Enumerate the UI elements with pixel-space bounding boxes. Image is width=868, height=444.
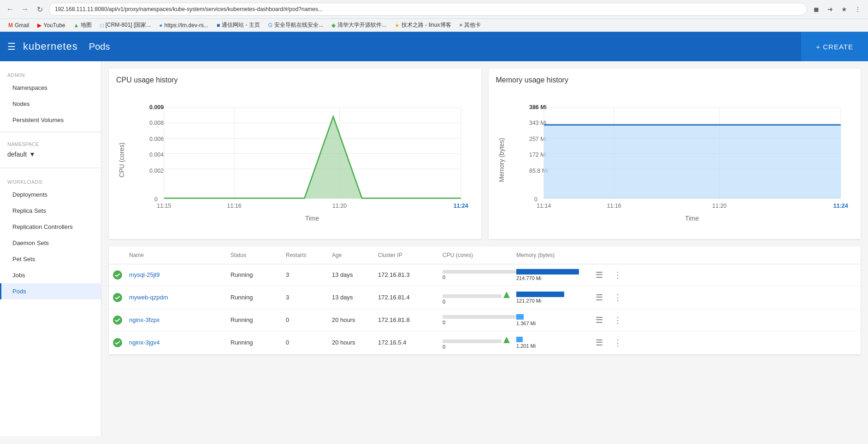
row3-age: 20 hours	[332, 339, 378, 346]
row2-cpu: 0	[443, 315, 516, 325]
pods-table: Name Status Restarts Age Cluster IP CPU …	[109, 246, 861, 355]
main-content: CPU usage history CPU (cores) 0.009 0.00…	[101, 61, 868, 436]
app-header: ☰ kubernetes Pods + CREATE	[0, 32, 868, 61]
share-icon[interactable]: ➜	[825, 4, 836, 15]
svg-text:11:20: 11:20	[712, 203, 726, 209]
sidebar-item-nodes[interactable]: Nodes	[0, 96, 101, 112]
row2-status: Running	[230, 316, 286, 323]
bookmark-lm[interactable]: ● https://lm.dev-rs...	[155, 21, 212, 29]
row2-status-icon	[112, 315, 129, 325]
sidebar-item-deployments[interactable]: Deployments	[0, 187, 101, 203]
cpu-y-label: CPU (cores)	[118, 142, 125, 177]
namespace-selector[interactable]: default ▾	[7, 150, 94, 158]
settings-icon[interactable]: ⋮	[852, 4, 863, 15]
sidebar-item-jobs[interactable]: Jobs	[0, 267, 101, 283]
row1-memory: 121.270 Mi	[516, 292, 590, 304]
chevron-down-icon: ▾	[30, 150, 34, 158]
bookmark-maps[interactable]: ▲ 地图	[70, 20, 96, 30]
reload-button[interactable]: ↻	[34, 4, 45, 15]
bookmark-gmail[interactable]: M Gmail	[5, 21, 33, 29]
row3-name[interactable]: nginx-3jgv4	[129, 339, 230, 346]
svg-text:0.009: 0.009	[149, 104, 164, 111]
bookmark-linux[interactable]: ★ 技术之路 - linux博客	[391, 20, 455, 30]
row0-cpu: 0	[443, 270, 516, 280]
svg-text:11:24: 11:24	[833, 203, 848, 209]
col-memory-header: Memory (bytes)	[516, 252, 590, 258]
table-row: nginx-3fzpx Running 0 20 hours 172.16.81…	[109, 310, 861, 331]
svg-text:0.008: 0.008	[149, 120, 164, 126]
svg-text:11:24: 11:24	[454, 203, 468, 209]
row2-logs-icon[interactable]: ☰	[590, 315, 608, 325]
app-logo: kubernetes	[23, 41, 78, 53]
row2-more-icon[interactable]: ⋮	[608, 315, 627, 325]
row0-more-icon[interactable]: ⋮	[608, 270, 627, 280]
row3-logs-icon[interactable]: ☰	[590, 338, 608, 348]
svg-text:0: 0	[534, 196, 537, 203]
bookmark-telecom[interactable]: ■ 通信网站 - 主页	[213, 20, 264, 30]
svg-text:0.002: 0.002	[149, 168, 164, 174]
sidebar-item-daemon-sets[interactable]: Daemon Sets	[0, 235, 101, 251]
svg-marker-39	[543, 125, 840, 198]
sidebar-item-pet-sets[interactable]: Pet Sets	[0, 251, 101, 267]
bookmark-crm[interactable]: □ [CRM-801] [国家...	[96, 20, 154, 30]
bookmark-star-icon[interactable]: ★	[838, 4, 850, 15]
row2-restarts: 0	[286, 316, 332, 323]
menu-icon[interactable]: ☰	[7, 41, 16, 52]
cpu-chart-svg: CPU (cores) 0.009 0.008 0.006 0.004 0.00…	[116, 90, 474, 230]
bookmark-security[interactable]: G 安全导航在线安全...	[265, 20, 327, 30]
charts-row: CPU usage history CPU (cores) 0.009 0.00…	[109, 69, 861, 239]
sidebar-item-replication-controllers[interactable]: Replication Controllers	[0, 219, 101, 235]
sidebar-divider-1	[0, 132, 101, 132]
row1-logs-icon[interactable]: ☰	[590, 292, 608, 303]
row3-status: Running	[230, 339, 286, 346]
table-row: mysql-25jt9 Running 3 13 days 172.16.81.…	[109, 264, 861, 286]
browser-bar: ← → ↻ ◼ ➜ ★ ⋮	[0, 0, 868, 19]
cast-icon[interactable]: ◼	[811, 4, 822, 15]
svg-text:11:15: 11:15	[157, 203, 171, 209]
col-age-header: Age	[332, 252, 378, 258]
row0-name[interactable]: mysql-25jt9	[129, 271, 230, 278]
table-header: Name Status Restarts Age Cluster IP CPU …	[109, 246, 861, 264]
row0-status: Running	[230, 271, 286, 278]
page-title: Pods	[89, 41, 110, 52]
table-row: myweb-qzpdm Running 3 13 days 172.16.81.…	[109, 286, 861, 310]
back-button[interactable]: ←	[5, 4, 16, 15]
svg-text:Memory (bytes): Memory (bytes)	[497, 138, 505, 182]
row2-cluster-ip: 172.16.81.8	[378, 316, 443, 323]
bookmark-tsinghua[interactable]: ◆ 清华大学开源软件...	[328, 20, 390, 30]
row3-restarts: 0	[286, 339, 332, 346]
row3-cluster-ip: 172.16.5.4	[378, 339, 443, 346]
row1-more-icon[interactable]: ⋮	[608, 292, 627, 303]
sidebar-item-replica-sets[interactable]: Replica Sets	[0, 203, 101, 219]
create-button[interactable]: + CREATE	[801, 32, 868, 61]
svg-text:11:16: 11:16	[227, 203, 242, 209]
memory-chart-title: Memory usage history	[496, 76, 854, 84]
cpu-chart-title: CPU usage history	[116, 76, 474, 84]
row3-more-icon[interactable]: ⋮	[608, 338, 627, 348]
row0-cluster-ip: 172.16.81.3	[378, 271, 443, 278]
namespace-section: Namespace default ▾	[0, 136, 101, 164]
row1-name[interactable]: myweb-qzpdm	[129, 294, 230, 301]
forward-button[interactable]: →	[19, 4, 30, 15]
memory-chart-svg: Memory (bytes) 386 Mi 343 Mi 257 Mi 172 …	[496, 90, 854, 230]
sidebar-divider-2	[0, 168, 101, 168]
sidebar: Admin Namespaces Nodes Persistent Volume…	[0, 61, 101, 436]
bookmark-youtube[interactable]: ▶ YouTube	[34, 21, 69, 29]
namespace-label: Namespace	[7, 141, 94, 147]
sidebar-item-persistent-volumes[interactable]: Persistent Volumes	[0, 112, 101, 128]
col-actions1-header	[590, 252, 608, 258]
col-name-header: Name	[129, 252, 230, 258]
row1-status-icon	[112, 292, 129, 303]
row2-memory: 1.367 Mi	[516, 314, 590, 326]
address-bar[interactable]	[49, 3, 807, 16]
row2-name[interactable]: nginx-3fzpx	[129, 316, 230, 323]
memory-chart-card: Memory usage history Memory (bytes) 386 …	[489, 69, 861, 239]
col-cpu-header: CPU (cores)	[443, 252, 516, 258]
sidebar-item-pods[interactable]: Pods	[0, 283, 101, 299]
svg-text:11:16: 11:16	[607, 203, 621, 209]
row0-status-icon	[112, 270, 129, 280]
bookmark-more[interactable]: » 其他卡	[456, 20, 484, 30]
row0-logs-icon[interactable]: ☰	[590, 270, 608, 280]
app-body: Admin Namespaces Nodes Persistent Volume…	[0, 61, 868, 436]
sidebar-item-namespaces[interactable]: Namespaces	[0, 80, 101, 96]
